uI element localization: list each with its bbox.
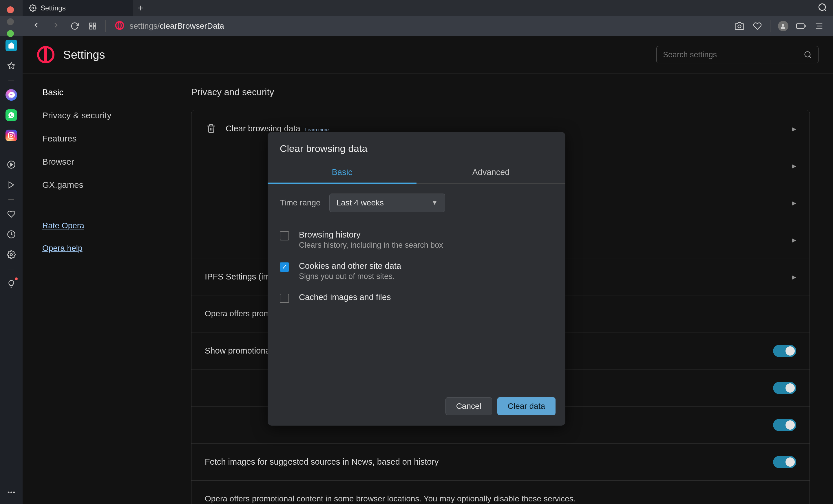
time-range-label: Time range <box>280 198 320 207</box>
checkbox-row-cache[interactable]: Cached images and files <box>280 287 553 309</box>
dialog-tab-advanced[interactable]: Advanced <box>416 161 565 183</box>
dialog-title: Clear browsing data <box>268 132 565 161</box>
modal-overlay: Clear browsing data Basic Advanced Time … <box>0 0 833 504</box>
dialog-tabs: Basic Advanced <box>268 161 565 184</box>
checkbox-label: Cookies and other site data <box>299 261 401 271</box>
checkbox-cookies[interactable]: ✓ <box>280 262 289 272</box>
clear-data-button[interactable]: Clear data <box>497 397 555 415</box>
checkbox-label: Cached images and files <box>299 293 391 302</box>
checkbox-row-history[interactable]: Browsing history Clears history, includi… <box>280 224 553 255</box>
checkbox-row-cookies[interactable]: ✓ Cookies and other site data Signs you … <box>280 255 553 287</box>
checkbox-cache[interactable] <box>280 294 289 303</box>
checkbox-label: Browsing history <box>299 230 443 240</box>
time-range-value: Last 4 weeks <box>337 198 384 207</box>
checkbox-sublabel: Clears history, including in the search … <box>299 241 443 250</box>
time-range-select[interactable]: Last 4 weeks ▼ <box>329 194 445 212</box>
chevron-down-icon: ▼ <box>432 199 438 207</box>
dialog-tab-basic[interactable]: Basic <box>268 161 416 183</box>
checkbox-sublabel: Signs you out of most sites. <box>299 272 401 281</box>
cancel-button[interactable]: Cancel <box>446 397 492 415</box>
checkbox-history[interactable] <box>280 231 289 241</box>
clear-browsing-data-dialog: Clear browsing data Basic Advanced Time … <box>268 132 565 426</box>
